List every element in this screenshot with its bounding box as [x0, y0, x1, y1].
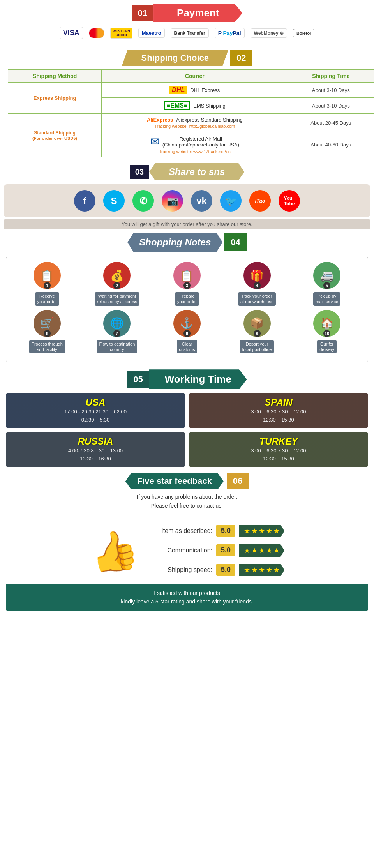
step-2: 💰 2 Waiting for paymentreleased by alixp…	[86, 262, 149, 306]
express-shipping-label: Express Shipping	[8, 83, 102, 114]
section-working-time: 05 Working Time USA 17:00 - 20:30 21:30 …	[0, 369, 374, 467]
step-3-num: 3	[183, 282, 191, 289]
step-1-circle: 📋 1	[34, 262, 61, 289]
instagram-icon[interactable]: 📷	[162, 190, 183, 212]
usa-card: USA 17:00 - 20:30 21:30 – 02:0002:30 – 5…	[6, 393, 185, 428]
col-header-time: Shipping Time	[288, 70, 374, 83]
section-feedback: Five star feedback 06 If you have any pr…	[0, 473, 374, 611]
dhl-courier: DHL DHL Express	[102, 83, 288, 98]
russia-name: RUSSIA	[78, 436, 113, 447]
turkey-card: TURKEY 3:00 – 6:30 7:30 – 12:0012:30 – 1…	[189, 432, 368, 467]
step-5-label: Pck up bymail service	[313, 292, 340, 306]
turkey-name: TURKEY	[259, 436, 298, 447]
step-1: 📋 1 Receiveyour order	[16, 262, 79, 306]
feedback-bottom-line1: If satisfied with our products,	[152, 590, 221, 596]
post-tracking: Tracking website: www.17track.net/en	[159, 149, 231, 154]
spain-card: SPAIN 3:00 – 6:30 7:30 – 12:0012:30 – 15…	[189, 393, 368, 428]
rating-shipping-score: 5.0	[216, 564, 235, 576]
dhl-name: DHL Express	[190, 87, 220, 93]
star4: ★	[266, 527, 272, 535]
share-number: 03	[130, 165, 149, 179]
russia-card: RUSSIA 4:00-7:30 8：30 – 13:0013:30 – 16:…	[6, 432, 185, 467]
step-9-num: 9	[254, 330, 261, 337]
itao-icon[interactable]: iTao	[249, 190, 271, 212]
step-4-circle: 🎁 4	[243, 262, 271, 289]
rating-shipping: Shipping speed: 5.0 ★ ★ ★ ★ ★	[146, 564, 284, 576]
step-10-label: Our fordelivery	[317, 340, 337, 354]
rating-described-score: 5.0	[216, 525, 235, 537]
rating-described: Item as described: 5.0 ★ ★ ★ ★ ★	[146, 525, 284, 537]
step-7: 🌐 7 Flow to destinationcountry	[86, 310, 149, 354]
whatsapp-icon[interactable]: ✆	[132, 190, 154, 212]
vk-icon[interactable]: vk	[191, 190, 212, 212]
star5: ★	[273, 546, 280, 555]
step-9: 📦 9 Depart yourlocal post office	[226, 310, 289, 354]
share-gift-text: You will get a gift with your order afte…	[4, 219, 370, 229]
star1: ★	[244, 566, 250, 574]
dhl-logo: DHL	[169, 86, 187, 94]
rating-communication-score: 5.0	[216, 544, 235, 556]
notes-title: Shopping Notes	[127, 233, 222, 252]
skype-icon[interactable]: S	[103, 190, 125, 212]
rating-described-stars: ★ ★ ★ ★ ★	[239, 525, 284, 537]
step-6-circle: 🛒 6	[34, 310, 61, 337]
spain-times: 3:00 – 6:30 7:30 – 12:0012:30 – 15:30	[251, 408, 306, 424]
step-9-label: Depart yourlocal post office	[240, 340, 274, 354]
step-5-circle: 🚐 5	[313, 262, 340, 289]
bank-transfer-icon: Bank Transfer	[171, 28, 209, 38]
star2: ★	[251, 527, 258, 535]
col-header-method: Shipping Method	[8, 70, 102, 83]
star3: ★	[259, 546, 265, 555]
twitter-icon[interactable]: 🐦	[220, 190, 242, 212]
dhl-time: About 3-10 Days	[288, 83, 374, 98]
rating-communication: Communication: 5.0 ★ ★ ★ ★ ★	[146, 544, 284, 557]
feedback-title: Five star feedback	[125, 473, 224, 489]
youtube-icon[interactable]: YouTube	[279, 190, 300, 212]
section-payment: 01 Payment VISA WESTERNUNION Maestro Ban…	[0, 0, 374, 47]
col-header-courier: Courier	[102, 70, 288, 83]
shipping-number: 02	[230, 50, 252, 66]
star5: ★	[273, 527, 280, 535]
step-6: 🛒 6 Process throughsort facility	[16, 310, 79, 354]
ems-courier: ≡EMS≡ EMS Shipping	[102, 98, 288, 114]
payment-methods-row: VISA WESTERNUNION Maestro Bank Transfer …	[8, 27, 366, 39]
star3: ★	[259, 566, 265, 574]
notes-number: 04	[224, 233, 246, 251]
star4: ★	[266, 566, 272, 574]
rating-shipping-stars: ★ ★ ★ ★ ★	[239, 564, 284, 576]
thumbs-up-image: 👍	[86, 525, 142, 579]
step-6-label: Process throughsort facility	[29, 340, 65, 354]
step-9-circle: 📦 9	[243, 310, 271, 337]
step-10-num: 10	[323, 330, 330, 337]
maestro-icon: Maestro	[138, 28, 165, 38]
rating-described-label: Item as described:	[146, 528, 212, 535]
share-title: Share to sns	[149, 163, 244, 180]
star1: ★	[244, 546, 250, 555]
step-8-num: 8	[183, 330, 191, 337]
feedback-bottom-text: If satisfied with our products, kindly l…	[6, 584, 368, 611]
feedback-main-area: 👍 Item as described: 5.0 ★ ★ ★ ★ ★ Commu…	[0, 513, 374, 580]
payment-title: Payment	[153, 4, 242, 22]
russia-times: 4:00-7:30 8：30 – 13:0013:30 – 16:30	[68, 447, 123, 463]
step-10-circle: 🏠 10	[313, 310, 340, 337]
feedback-subtitle-line1: If you have any problems about the order…	[137, 494, 237, 500]
step-4-num: 4	[254, 282, 261, 289]
post-courier: ✉ Registered Air Mail(China post/epacket…	[102, 132, 288, 157]
paypal-icon: P PayPal	[215, 28, 245, 38]
visa-icon: VISA	[60, 27, 83, 39]
facebook-icon[interactable]: f	[74, 190, 95, 212]
rating-communication-stars: ★ ★ ★ ★ ★	[239, 544, 284, 557]
section-share: 03 Share to sns f S ✆ 📷 vk 🐦 iTao YouTub…	[0, 163, 374, 229]
ems-logo: ≡EMS≡	[164, 101, 190, 110]
spain-name: SPAIN	[265, 397, 293, 408]
step-7-circle: 🌐 7	[103, 310, 131, 337]
ratings-column: Item as described: 5.0 ★ ★ ★ ★ ★ Communi…	[146, 525, 284, 576]
feedback-subtitle-line2: Please feel free to contact us.	[151, 503, 223, 509]
step-6-num: 6	[44, 330, 51, 337]
step-5-num: 5	[323, 282, 330, 289]
shipping-table: Shipping Method Courier Shipping Time Ex…	[8, 69, 374, 157]
shipping-row-express-dhl: Express Shipping DHL DHL Express About 3…	[8, 83, 374, 98]
ali-time: About 20-45 Days	[288, 114, 374, 132]
step-3-circle: 📋 3	[173, 262, 201, 289]
step-4: 🎁 4 Pack your orderat our warehouse	[226, 262, 289, 306]
